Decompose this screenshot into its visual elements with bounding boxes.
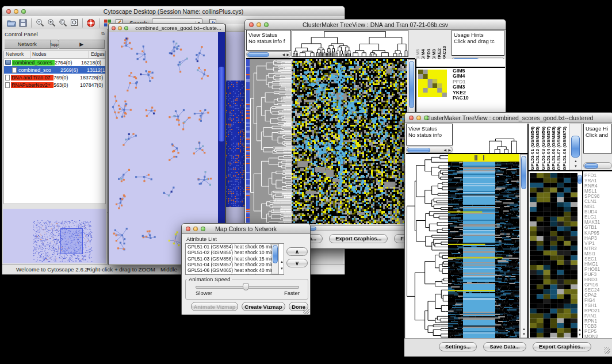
column-label[interactable]: PFD1	[426, 30, 431, 60]
network-list-row[interactable]: combined_scores 2764(0) 16218(0)	[4, 59, 105, 66]
tv1-mini-heatmap[interactable]	[418, 70, 447, 97]
tv2-zoom-heatmap[interactable]	[530, 173, 577, 338]
minimize-icon[interactable]	[416, 116, 421, 120]
scroll-right-icon[interactable]: ▶	[448, 148, 451, 152]
zoom-window-icon[interactable]	[21, 9, 26, 14]
main-titlebar[interactable]: Cytoscape Desktop (Session Name: collins…	[2, 6, 345, 17]
row-label[interactable]: PAC10	[453, 95, 469, 101]
birdseye-view-canvas[interactable]	[3, 209, 106, 263]
scroll-down-icon[interactable]: ▼	[574, 164, 577, 168]
network-list-row[interactable]: combined_sco 2569(6) 13112(15)	[4, 66, 105, 74]
create-vizmap-button[interactable]: Create Vizmap	[242, 302, 285, 311]
column-label[interactable]: GPL51-02 (GSM855)	[535, 124, 540, 170]
close-icon[interactable]	[186, 227, 190, 231]
tv2-global-vscrollbar[interactable]: ▲ ▼	[520, 154, 527, 338]
animate-vizmap-button[interactable]: Animate Vizmap	[191, 302, 238, 311]
move-down-button[interactable]: ∨	[286, 259, 308, 267]
close-icon[interactable]	[249, 22, 254, 27]
gene-labels: PFD1YRA1RNR4MSL1SPC98CLN1NIS1BUD4ELG1MAK…	[584, 173, 600, 340]
usage-hints-title: Usage Hints	[454, 32, 502, 38]
control-panel-tab[interactable]: VizMapper™	[51, 40, 59, 49]
attribute-list-item[interactable]: GPL51-06 (GSM865) heat shock 40 min	[188, 267, 284, 273]
tv2-row-dendrogram[interactable]	[406, 154, 448, 338]
column-header[interactable]: Edges	[89, 51, 105, 58]
network-list-row[interactable]: RNAPuberNov2+ 563(0) 107847(0)	[4, 81, 105, 89]
resize-grip[interactable]	[303, 308, 309, 314]
tv2-column-dendrogram[interactable]	[486, 138, 519, 153]
control-panel-tab[interactable]: Network	[5, 40, 51, 49]
network-list-row[interactable]: DNA and Tran 07 769(0) 183728(0)	[4, 74, 105, 81]
column-label[interactable]: GIM4	[420, 30, 426, 60]
resize-grip[interactable]	[604, 347, 610, 354]
tv2-global-heatmap[interactable]	[448, 154, 519, 338]
attribute-list-item[interactable]: GPL51-07 (GSM868) heat shock 60 min	[188, 273, 284, 275]
network-view-title: combined_scores_good.txt--cluste...	[135, 25, 221, 31]
tv2-labels-vscrollbar[interactable]: ▲ ▼	[569, 124, 582, 170]
treeview1-titlebar[interactable]: ClusterMaker TreeView : DNA and Tran 07-…	[245, 20, 506, 30]
attribute-list-item[interactable]: GPL51-02 (GSM855) heat shock 10 min	[188, 250, 284, 255]
column-label[interactable]: GPL51-03 (GSM856)	[541, 124, 546, 170]
dialog-titlebar[interactable]: Map Colors to Network	[182, 224, 310, 234]
help-lifesaver-icon[interactable]	[85, 18, 97, 28]
scroll-down-icon[interactable]: ▼	[522, 332, 526, 336]
column-header[interactable]: Nodes	[30, 51, 89, 58]
close-icon[interactable]	[409, 116, 414, 120]
column-label[interactable]: GPL51-01 (GSM854)	[530, 124, 535, 170]
tv1-row-dendrogram[interactable]	[250, 59, 291, 224]
zoom-in-icon[interactable]	[45, 18, 57, 28]
control-panel-tab[interactable]: ▶	[59, 40, 105, 49]
tv1-button[interactable]: Export Graphics...	[329, 234, 388, 243]
tv1-status-hscrollbar[interactable]: ◀ ▶	[246, 51, 291, 58]
zoom-window-icon[interactable]	[264, 22, 269, 27]
scroll-left-icon[interactable]: ◀	[443, 148, 446, 152]
save-icon[interactable]	[17, 18, 29, 28]
scroll-down-icon[interactable]: ▼	[578, 333, 582, 336]
treeview2-titlebar[interactable]: ClusterMaker TreeView : combined_scores_…	[405, 113, 612, 123]
slider-thumb[interactable]	[243, 283, 249, 290]
adjacency-network-canvas[interactable]	[226, 81, 244, 207]
tv2-button[interactable]: Export Graphics...	[533, 342, 591, 351]
close-icon[interactable]	[112, 26, 116, 30]
column-label[interactable]: GPL51-04 (GSM857)	[546, 124, 551, 170]
attribute-list-item[interactable]: GPL51-04 (GSM857) heat shock 20 min	[188, 262, 284, 267]
minimize-icon[interactable]	[193, 227, 198, 231]
tv2-usage-hscrollbar[interactable]	[583, 162, 612, 169]
close-icon[interactable]	[6, 9, 11, 14]
zoom-window-icon[interactable]	[201, 227, 205, 231]
tv2-status-hscrollbar[interactable]: ◀ ▶	[406, 147, 453, 153]
attribute-list-vscrollbar[interactable]	[271, 244, 279, 274]
scroll-up-icon[interactable]: ▲	[280, 260, 284, 263]
tv1-column-dendrogram[interactable]	[292, 30, 408, 57]
scroll-right-icon[interactable]: ▶	[286, 53, 289, 56]
minimize-icon[interactable]	[118, 26, 122, 30]
column-label[interactable]: GIM3	[431, 30, 437, 60]
zoom-fit-icon[interactable]	[68, 18, 80, 28]
zoom-window-icon[interactable]	[124, 26, 128, 30]
minimize-icon[interactable]	[14, 9, 18, 14]
column-label[interactable]: PAC10	[442, 30, 447, 60]
move-up-button[interactable]: ∧	[286, 247, 308, 256]
attribute-list-item[interactable]: GPL51-03 (GSM856) heat shock 15 min	[188, 256, 284, 262]
column-label[interactable]: GPL51-08 (GSM872)	[562, 124, 567, 170]
zoom-out-icon[interactable]	[34, 18, 45, 28]
attribute-list[interactable]: GPL51-01 (GSM854) heat shock 05 minGPL51…	[185, 243, 284, 275]
tv1-usage-hints-box: Usage Hints Click and drag tc	[452, 30, 504, 56]
scroll-down-icon[interactable]: ▼	[280, 267, 284, 270]
column-header[interactable]: Network	[4, 51, 30, 58]
attribute-list-item[interactable]: GPL51-01 (GSM854) heat shock 05 min	[188, 244, 284, 250]
tv1-heatmap-canvas[interactable]	[292, 59, 407, 224]
scroll-up-icon[interactable]: ▲	[574, 159, 577, 163]
minimize-icon[interactable]	[257, 22, 261, 27]
column-label[interactable]: GIM5	[415, 30, 420, 60]
tv2-button[interactable]: Save Data...	[483, 342, 526, 351]
zoom-selected-icon[interactable]	[57, 18, 68, 28]
column-label[interactable]: GPL51-07 (GSM868)	[556, 124, 561, 170]
scroll-up-icon[interactable]: ▲	[522, 327, 526, 331]
scroll-up-icon[interactable]: ▲	[578, 328, 582, 331]
scroll-left-icon[interactable]: ◀	[282, 53, 285, 56]
float-panel-icon[interactable]: ⧉	[101, 31, 105, 37]
zoom-window-icon[interactable]	[424, 116, 429, 120]
view-status-text: No status info f	[248, 38, 289, 44]
open-file-icon[interactable]	[6, 18, 17, 28]
tv2-button[interactable]: Settings...	[439, 342, 477, 351]
